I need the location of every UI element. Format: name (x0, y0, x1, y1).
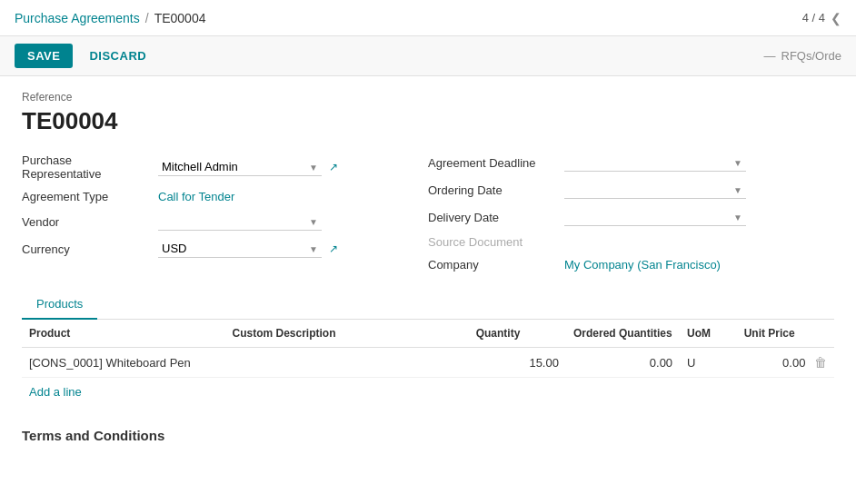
ordering-date-select[interactable] (564, 181, 746, 199)
cell-quantity: 15.00 (469, 348, 566, 378)
form-right-col: Agreement Deadline ▼ Ordering Date (428, 153, 834, 272)
unit-price-value: 0.00 (782, 356, 805, 370)
col-header-description: Custom Description (225, 320, 469, 348)
delivery-date-select-wrapper: ▼ (564, 208, 746, 226)
save-button[interactable]: SAVE (15, 44, 73, 68)
vendor-select[interactable] (158, 212, 322, 231)
reference-value: TE00004 (22, 107, 834, 135)
rfqs-dash-icon: — (764, 49, 776, 63)
source-doc-row: Source Document (428, 235, 834, 249)
products-table: Product Custom Description Quantity Orde… (22, 320, 834, 378)
agreement-deadline-value: ▼ (564, 153, 834, 172)
col-header-unit-price: Unit Price (737, 320, 834, 348)
nav-prev-icon[interactable]: ❮ (831, 11, 841, 25)
breadcrumb-separator: / (145, 11, 149, 25)
company-label: Company (428, 258, 564, 272)
cell-uom: U (680, 348, 737, 378)
col-header-product: Product (22, 320, 225, 348)
agreement-type-label: Agreement Type (22, 190, 158, 203)
delivery-date-select[interactable] (564, 208, 746, 226)
form-left-col: PurchaseRepresentative ▼ ↗ Agreement Typ… (22, 153, 428, 272)
terms-section-title: Terms and Conditions (22, 428, 834, 443)
col-header-ordered: Ordered Quantities (566, 320, 680, 348)
page-count-label: 4 / 4 (802, 11, 825, 25)
breadcrumb: Purchase Agreements / TE00004 (15, 11, 205, 25)
currency-value: ▼ ↗ (158, 240, 428, 258)
purchase-rep-external-link-icon[interactable]: ↗ (329, 161, 338, 173)
cell-product[interactable]: [CONS_0001] Whiteboard Pen (22, 348, 225, 378)
reference-label: Reference (22, 91, 834, 104)
agreement-type-link[interactable]: Call for Tender (158, 190, 234, 203)
main-content: Reference TE00004 PurchaseRepresentative… (0, 76, 856, 465)
currency-select-wrapper: ▼ (158, 240, 322, 258)
rfqs-link[interactable]: — RFQs/Orde (764, 49, 841, 63)
ordering-date-select-wrapper: ▼ (564, 181, 746, 199)
agreement-type-row: Agreement Type Call for Tender (22, 190, 428, 203)
purchase-rep-value: ▼ ↗ (158, 158, 428, 176)
col-header-quantity: Quantity (469, 320, 566, 348)
form-grid: PurchaseRepresentative ▼ ↗ Agreement Typ… (22, 153, 834, 272)
vendor-label: Vendor (22, 215, 158, 229)
page-counter: 4 / 4 ❮ (802, 11, 841, 25)
source-doc-label: Source Document (428, 235, 564, 249)
company-link[interactable]: My Company (San Francisco) (564, 258, 721, 272)
ordering-date-label: Ordering Date (428, 183, 564, 197)
tabs-container: Products (22, 290, 834, 320)
agreement-deadline-label: Agreement Deadline (428, 156, 564, 170)
delivery-date-row: Delivery Date ▼ (428, 208, 834, 226)
agreement-deadline-select[interactable] (564, 153, 746, 172)
delivery-date-value: ▼ (564, 208, 834, 226)
table-header-row: Product Custom Description Quantity Orde… (22, 320, 834, 348)
company-value: My Company (San Francisco) (564, 258, 834, 272)
vendor-row: Vendor ▼ (22, 212, 428, 231)
discard-button[interactable]: DISCARD (80, 44, 155, 68)
delivery-date-label: Delivery Date (428, 211, 564, 224)
breadcrumb-parent[interactable]: Purchase Agreements (15, 11, 140, 25)
action-bar: SAVE DISCARD — RFQs/Orde (0, 36, 856, 76)
table-row: [CONS_0001] Whiteboard Pen 15.00 0.00 U … (22, 348, 834, 378)
col-header-uom: UoM (680, 320, 737, 348)
cell-ordered-qty: 0.00 (566, 348, 680, 378)
rfqs-label: RFQs/Orde (781, 49, 841, 63)
purchase-rep-label: PurchaseRepresentative (22, 153, 158, 181)
delete-row-icon[interactable]: 🗑 (814, 355, 827, 370)
vendor-select-wrapper: ▼ (158, 212, 322, 231)
breadcrumb-current: TE00004 (154, 11, 206, 25)
purchase-rep-input[interactable] (158, 158, 322, 176)
company-row: Company My Company (San Francisco) (428, 258, 834, 272)
top-bar: Purchase Agreements / TE00004 4 / 4 ❮ (0, 0, 856, 36)
cell-description (225, 348, 469, 378)
agreement-deadline-select-wrapper: ▼ (564, 153, 746, 172)
ordering-date-row: Ordering Date ▼ (428, 181, 834, 199)
cell-unit-price: 0.00 🗑 (737, 348, 834, 378)
ordering-date-value: ▼ (564, 181, 834, 199)
agreement-type-value: Call for Tender (158, 190, 428, 203)
currency-row: Currency ▼ ↗ (22, 240, 428, 258)
agreement-deadline-row: Agreement Deadline ▼ (428, 153, 834, 172)
currency-external-link-icon[interactable]: ↗ (329, 242, 338, 255)
add-line-button[interactable]: Add a line (22, 378, 834, 406)
purchase-rep-select-wrapper: ▼ (158, 158, 322, 176)
currency-input[interactable] (158, 240, 322, 258)
currency-label: Currency (22, 242, 158, 256)
vendor-value: ▼ (158, 212, 428, 231)
tab-products[interactable]: Products (22, 290, 97, 320)
purchase-rep-row: PurchaseRepresentative ▼ ↗ (22, 153, 428, 181)
